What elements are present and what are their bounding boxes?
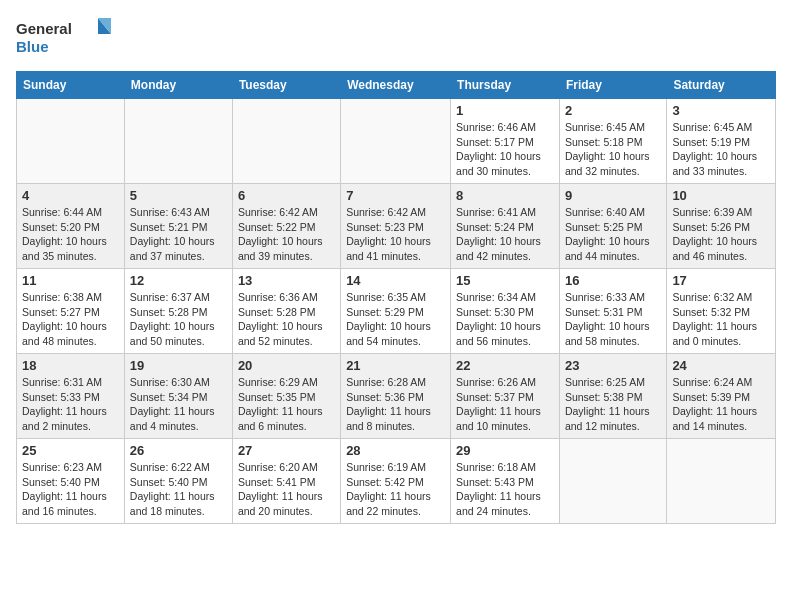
header-tuesday: Tuesday (232, 72, 340, 99)
day-number: 3 (672, 103, 770, 118)
calendar-cell: 27Sunrise: 6:20 AMSunset: 5:41 PMDayligh… (232, 439, 340, 524)
calendar-cell: 13Sunrise: 6:36 AMSunset: 5:28 PMDayligh… (232, 269, 340, 354)
day-number: 21 (346, 358, 445, 373)
day-number: 2 (565, 103, 661, 118)
cell-content: Sunrise: 6:42 AMSunset: 5:22 PMDaylight:… (238, 205, 335, 264)
day-number: 16 (565, 273, 661, 288)
calendar-cell: 29Sunrise: 6:18 AMSunset: 5:43 PMDayligh… (451, 439, 560, 524)
calendar-cell: 20Sunrise: 6:29 AMSunset: 5:35 PMDayligh… (232, 354, 340, 439)
cell-content: Sunrise: 6:26 AMSunset: 5:37 PMDaylight:… (456, 375, 554, 434)
day-number: 26 (130, 443, 227, 458)
cell-content: Sunrise: 6:45 AMSunset: 5:19 PMDaylight:… (672, 120, 770, 179)
cell-content: Sunrise: 6:30 AMSunset: 5:34 PMDaylight:… (130, 375, 227, 434)
logo-icon: General Blue (16, 16, 116, 61)
calendar-cell (559, 439, 666, 524)
week-row-1: 1Sunrise: 6:46 AMSunset: 5:17 PMDaylight… (17, 99, 776, 184)
day-number: 19 (130, 358, 227, 373)
calendar-cell (17, 99, 125, 184)
cell-content: Sunrise: 6:43 AMSunset: 5:21 PMDaylight:… (130, 205, 227, 264)
day-number: 8 (456, 188, 554, 203)
day-number: 7 (346, 188, 445, 203)
day-number: 29 (456, 443, 554, 458)
day-number: 22 (456, 358, 554, 373)
cell-content: Sunrise: 6:20 AMSunset: 5:41 PMDaylight:… (238, 460, 335, 519)
calendar-table: SundayMondayTuesdayWednesdayThursdayFrid… (16, 71, 776, 524)
day-number: 15 (456, 273, 554, 288)
calendar-cell: 16Sunrise: 6:33 AMSunset: 5:31 PMDayligh… (559, 269, 666, 354)
day-number: 1 (456, 103, 554, 118)
calendar-cell: 17Sunrise: 6:32 AMSunset: 5:32 PMDayligh… (667, 269, 776, 354)
day-number: 28 (346, 443, 445, 458)
day-number: 23 (565, 358, 661, 373)
cell-content: Sunrise: 6:29 AMSunset: 5:35 PMDaylight:… (238, 375, 335, 434)
week-row-5: 25Sunrise: 6:23 AMSunset: 5:40 PMDayligh… (17, 439, 776, 524)
day-number: 25 (22, 443, 119, 458)
calendar-cell: 9Sunrise: 6:40 AMSunset: 5:25 PMDaylight… (559, 184, 666, 269)
cell-content: Sunrise: 6:38 AMSunset: 5:27 PMDaylight:… (22, 290, 119, 349)
calendar-cell: 8Sunrise: 6:41 AMSunset: 5:24 PMDaylight… (451, 184, 560, 269)
day-number: 10 (672, 188, 770, 203)
cell-content: Sunrise: 6:44 AMSunset: 5:20 PMDaylight:… (22, 205, 119, 264)
cell-content: Sunrise: 6:40 AMSunset: 5:25 PMDaylight:… (565, 205, 661, 264)
header-thursday: Thursday (451, 72, 560, 99)
week-row-3: 11Sunrise: 6:38 AMSunset: 5:27 PMDayligh… (17, 269, 776, 354)
cell-content: Sunrise: 6:34 AMSunset: 5:30 PMDaylight:… (456, 290, 554, 349)
cell-content: Sunrise: 6:33 AMSunset: 5:31 PMDaylight:… (565, 290, 661, 349)
header-wednesday: Wednesday (341, 72, 451, 99)
calendar-cell: 2Sunrise: 6:45 AMSunset: 5:18 PMDaylight… (559, 99, 666, 184)
calendar-cell: 1Sunrise: 6:46 AMSunset: 5:17 PMDaylight… (451, 99, 560, 184)
day-number: 12 (130, 273, 227, 288)
cell-content: Sunrise: 6:39 AMSunset: 5:26 PMDaylight:… (672, 205, 770, 264)
logo: General Blue (16, 16, 116, 61)
day-number: 5 (130, 188, 227, 203)
day-number: 13 (238, 273, 335, 288)
calendar-cell: 7Sunrise: 6:42 AMSunset: 5:23 PMDaylight… (341, 184, 451, 269)
day-number: 6 (238, 188, 335, 203)
calendar-cell: 15Sunrise: 6:34 AMSunset: 5:30 PMDayligh… (451, 269, 560, 354)
calendar-cell (232, 99, 340, 184)
calendar-cell: 12Sunrise: 6:37 AMSunset: 5:28 PMDayligh… (124, 269, 232, 354)
cell-content: Sunrise: 6:32 AMSunset: 5:32 PMDaylight:… (672, 290, 770, 349)
cell-content: Sunrise: 6:35 AMSunset: 5:29 PMDaylight:… (346, 290, 445, 349)
calendar-cell: 18Sunrise: 6:31 AMSunset: 5:33 PMDayligh… (17, 354, 125, 439)
cell-content: Sunrise: 6:36 AMSunset: 5:28 PMDaylight:… (238, 290, 335, 349)
cell-content: Sunrise: 6:24 AMSunset: 5:39 PMDaylight:… (672, 375, 770, 434)
header-saturday: Saturday (667, 72, 776, 99)
calendar-cell: 25Sunrise: 6:23 AMSunset: 5:40 PMDayligh… (17, 439, 125, 524)
page-header: General Blue (16, 16, 776, 61)
calendar-cell: 24Sunrise: 6:24 AMSunset: 5:39 PMDayligh… (667, 354, 776, 439)
calendar-cell: 5Sunrise: 6:43 AMSunset: 5:21 PMDaylight… (124, 184, 232, 269)
day-number: 17 (672, 273, 770, 288)
day-number: 4 (22, 188, 119, 203)
calendar-cell: 14Sunrise: 6:35 AMSunset: 5:29 PMDayligh… (341, 269, 451, 354)
cell-content: Sunrise: 6:46 AMSunset: 5:17 PMDaylight:… (456, 120, 554, 179)
days-header-row: SundayMondayTuesdayWednesdayThursdayFrid… (17, 72, 776, 99)
week-row-4: 18Sunrise: 6:31 AMSunset: 5:33 PMDayligh… (17, 354, 776, 439)
calendar-cell: 26Sunrise: 6:22 AMSunset: 5:40 PMDayligh… (124, 439, 232, 524)
header-sunday: Sunday (17, 72, 125, 99)
calendar-cell (124, 99, 232, 184)
cell-content: Sunrise: 6:42 AMSunset: 5:23 PMDaylight:… (346, 205, 445, 264)
svg-text:General: General (16, 20, 72, 37)
calendar-cell: 19Sunrise: 6:30 AMSunset: 5:34 PMDayligh… (124, 354, 232, 439)
svg-text:Blue: Blue (16, 38, 49, 55)
cell-content: Sunrise: 6:31 AMSunset: 5:33 PMDaylight:… (22, 375, 119, 434)
calendar-cell: 11Sunrise: 6:38 AMSunset: 5:27 PMDayligh… (17, 269, 125, 354)
cell-content: Sunrise: 6:18 AMSunset: 5:43 PMDaylight:… (456, 460, 554, 519)
day-number: 27 (238, 443, 335, 458)
calendar-cell: 21Sunrise: 6:28 AMSunset: 5:36 PMDayligh… (341, 354, 451, 439)
cell-content: Sunrise: 6:19 AMSunset: 5:42 PMDaylight:… (346, 460, 445, 519)
cell-content: Sunrise: 6:45 AMSunset: 5:18 PMDaylight:… (565, 120, 661, 179)
cell-content: Sunrise: 6:22 AMSunset: 5:40 PMDaylight:… (130, 460, 227, 519)
cell-content: Sunrise: 6:28 AMSunset: 5:36 PMDaylight:… (346, 375, 445, 434)
calendar-cell (667, 439, 776, 524)
calendar-cell: 10Sunrise: 6:39 AMSunset: 5:26 PMDayligh… (667, 184, 776, 269)
calendar-cell: 22Sunrise: 6:26 AMSunset: 5:37 PMDayligh… (451, 354, 560, 439)
day-number: 20 (238, 358, 335, 373)
calendar-cell: 28Sunrise: 6:19 AMSunset: 5:42 PMDayligh… (341, 439, 451, 524)
cell-content: Sunrise: 6:37 AMSunset: 5:28 PMDaylight:… (130, 290, 227, 349)
day-number: 11 (22, 273, 119, 288)
header-friday: Friday (559, 72, 666, 99)
cell-content: Sunrise: 6:25 AMSunset: 5:38 PMDaylight:… (565, 375, 661, 434)
calendar-cell: 6Sunrise: 6:42 AMSunset: 5:22 PMDaylight… (232, 184, 340, 269)
